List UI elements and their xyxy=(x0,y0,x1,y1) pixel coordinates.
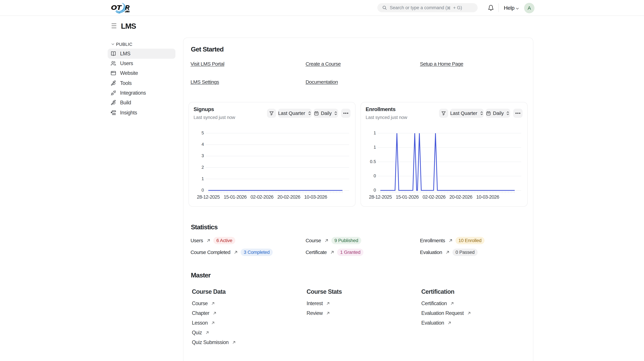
svg-text:R: R xyxy=(125,4,130,11)
svg-text:OT: OT xyxy=(111,4,122,11)
svg-text:LANKA: LANKA xyxy=(125,10,130,13)
